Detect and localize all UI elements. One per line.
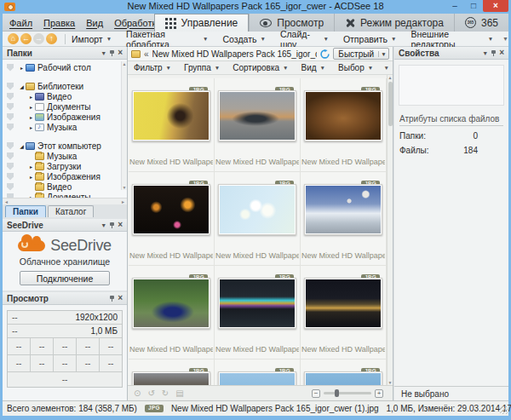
toolbar-dropdown-button[interactable]: Импорт▼ (72, 34, 112, 44)
pin-icon[interactable] (491, 50, 496, 56)
menu-item[interactable]: Файл (9, 18, 32, 28)
expander-icon[interactable]: ▸ (27, 124, 35, 130)
panel-close-icon[interactable]: × (499, 49, 504, 57)
thumbnail-item[interactable]: JPG New Mixed HD Wallpapers ... (301, 78, 387, 172)
panel-menu-icon[interactable]: ▼ (100, 50, 106, 56)
grid-vertical-scrollbar[interactable]: ▲ ▼ (387, 75, 393, 385)
thumbnail-item[interactable]: JPG New Mixed HD Wallpapers ... (301, 360, 387, 385)
seedrive-connect-button[interactable]: Подключение (20, 271, 110, 285)
wallpaper-thumbnail[interactable] (134, 373, 209, 385)
thumbnail-item[interactable]: JPG New Mixed HD Wallpapers ... (129, 172, 215, 266)
wallpaper-thumbnail[interactable] (306, 373, 381, 385)
menu-item[interactable]: Вид (86, 18, 103, 28)
menu-item[interactable]: Правка (43, 18, 75, 28)
expander-icon[interactable]: ◢ (18, 83, 26, 89)
toolbar-dropdown-button[interactable]: Слайд-шоу▼ (280, 29, 329, 49)
wallpaper-thumbnail[interactable] (220, 373, 295, 385)
thumbnail-item[interactable]: JPG New Mixed HD Wallpapers ... (301, 266, 387, 360)
filter-dropdown[interactable]: Сортировка▼ (233, 63, 288, 72)
close-button[interactable]: × (483, 0, 508, 12)
slider-track[interactable] (324, 392, 371, 394)
panel-menu-icon[interactable]: ▼ (482, 50, 488, 56)
pin-icon[interactable] (110, 50, 114, 56)
panel-menu-icon[interactable]: ▼ (100, 222, 106, 228)
toolbar-dropdown-button[interactable]: Отправить▼ (343, 34, 397, 44)
pin-icon[interactable] (110, 222, 114, 228)
thumbnail-item[interactable]: JPG New Mixed HD Wallpapers ... (215, 172, 301, 266)
folder-tree-item[interactable]: Видео (5, 181, 127, 192)
expander-icon[interactable]: ◢ (18, 143, 26, 149)
wallpaper-thumbnail[interactable] (220, 186, 295, 233)
maximize-button[interactable]: □ (464, 0, 483, 12)
folder-tree-item[interactable]: ▸ Изображения (5, 171, 127, 181)
folder-tree-item[interactable]: Музыка (5, 151, 127, 161)
minimize-button[interactable]: – (445, 0, 464, 12)
folder-tree-item[interactable]: ▸ Музыка (5, 122, 127, 132)
thumbnail-item[interactable]: JPG New Mixed HD Wallpapers ... (129, 360, 215, 385)
panel-close-icon[interactable]: × (118, 49, 123, 57)
wallpaper-thumbnail[interactable] (134, 92, 209, 140)
wallpaper-thumbnail[interactable] (306, 279, 381, 327)
expander-icon[interactable]: ▸ (27, 174, 35, 180)
nav-button-icon[interactable]: ↑ (46, 33, 57, 44)
filterbar-overflow-icon[interactable]: ▼ (384, 65, 389, 71)
wallpaper-thumbnail[interactable] (220, 279, 295, 327)
scrollbar-thumb[interactable] (388, 82, 393, 126)
folder-tree-item[interactable]: ◢ Этот компьютер (5, 141, 127, 151)
folder-tree-item[interactable]: ▸ Рабочий стол (5, 62, 127, 72)
folder-tree-item[interactable]: ▸ Видео (5, 91, 127, 101)
thumbnail-item[interactable]: JPG New Mixed HD Wallpapers ... (301, 172, 387, 266)
wallpaper-thumbnail[interactable] (306, 186, 381, 233)
footer-tool-icon[interactable]: ▤ (175, 388, 183, 398)
resize-grip-icon[interactable] (500, 406, 508, 414)
tree-horizontal-scrollbar[interactable]: ◄► (3, 198, 127, 204)
wallpaper-thumbnail[interactable] (134, 279, 209, 327)
thumbnail-item[interactable]: JPG New Mixed HD Wallpapers ... (129, 78, 215, 172)
sidebar-tab[interactable]: Папки (5, 205, 46, 217)
breadcrumb-back-icon[interactable]: « (144, 49, 149, 59)
toolbar-dropdown-button[interactable]: Внешние редакторы▼ (411, 29, 493, 49)
expander-icon[interactable]: ▸ (27, 94, 35, 100)
footer-tool-icon[interactable]: ⊙ (134, 388, 141, 398)
wallpaper-thumbnail[interactable] (220, 92, 295, 140)
expander-icon[interactable]: ▸ (18, 65, 26, 71)
folder-tree-item[interactable]: ▸ Документы (5, 192, 127, 198)
panel-close-icon[interactable]: × (118, 294, 123, 302)
expander-icon[interactable]: ▸ (27, 104, 35, 110)
filter-dropdown[interactable]: Фильтр▼ (134, 63, 171, 72)
panel-close-icon[interactable]: × (118, 221, 123, 229)
zoom-out-button[interactable]: − (312, 389, 320, 398)
zoom-in-button[interactable]: + (375, 389, 383, 398)
expander-icon[interactable]: ▸ (27, 164, 35, 170)
toolbar-dropdown-button[interactable]: Пакетная обработка▼ (126, 29, 208, 49)
refresh-icon[interactable] (320, 49, 330, 59)
scroll-up-icon[interactable]: ▲ (388, 75, 393, 80)
thumbnail-item[interactable]: JPG New Mixed HD Wallpapers ... (215, 78, 301, 172)
filter-dropdown[interactable]: Вид▼ (301, 63, 326, 72)
wallpaper-thumbnail[interactable] (306, 92, 381, 140)
thumbnail-item[interactable]: JPG New Mixed HD Wallpapers ... (215, 360, 301, 385)
sidebar-tab[interactable]: Каталог (48, 205, 94, 217)
toolbar-dropdown-button[interactable]: Создать▼ (223, 34, 266, 44)
tree-vertical-scrollbar[interactable]: ▲▼ (121, 61, 127, 190)
toolbar-overflow-icon[interactable]: ▼ (502, 36, 508, 42)
wallpaper-thumbnail[interactable] (134, 186, 209, 233)
footer-tool-icon[interactable]: ↻ (162, 388, 169, 398)
expander-icon[interactable]: ▸ (27, 114, 35, 120)
breadcrumb-path[interactable]: New Mixed HD Wallpapers Pack 165_igor_cw… (152, 49, 318, 59)
folder-tree-item[interactable]: ◢ Библиотеки (5, 81, 127, 91)
nav-button-icon[interactable]: ← (20, 33, 32, 44)
folder-tree-item[interactable]: ▸ Изображения (5, 112, 127, 122)
folder-tree-item[interactable]: ▸ Документы (5, 101, 127, 112)
view-mode-dropdown[interactable]: Быстрый ▼ (333, 48, 389, 60)
nav-button-icon[interactable]: ⌂ (8, 33, 19, 44)
filter-dropdown[interactable]: Выбор▼ (338, 63, 373, 72)
nav-button-icon[interactable]: → (33, 33, 44, 44)
folder-tree-item[interactable]: ▸ Загрузки (5, 161, 127, 171)
thumbnail-item[interactable]: JPG New Mixed HD Wallpapers ... (215, 266, 301, 360)
slider-thumb[interactable] (335, 389, 339, 397)
footer-tool-icon[interactable]: ↺ (147, 388, 154, 398)
filter-dropdown[interactable]: Группа▼ (184, 63, 220, 72)
thumbnail-item[interactable]: JPG New Mixed HD Wallpapers ... (129, 266, 215, 360)
expander-icon[interactable]: ▸ (27, 194, 35, 198)
